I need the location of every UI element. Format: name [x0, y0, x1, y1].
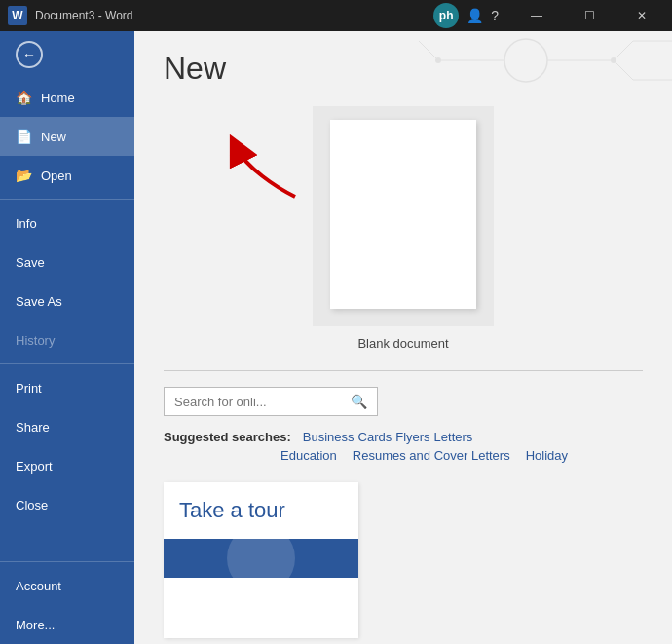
- sidebar-item-more[interactable]: More...: [0, 605, 134, 644]
- sidebar-label-open: Open: [41, 169, 72, 183]
- sidebar-label-new: New: [41, 130, 66, 144]
- sidebar-divider-1: [0, 199, 134, 200]
- suggested-resumes[interactable]: Resumes and Cover Letters: [353, 448, 510, 463]
- sidebar-label-history: History: [16, 333, 55, 348]
- maximize-button[interactable]: ☐: [567, 0, 612, 31]
- separator-line: [164, 370, 643, 371]
- sidebar-item-info[interactable]: Info: [0, 204, 134, 243]
- sidebar-item-history: History: [0, 321, 134, 360]
- new-doc-icon: 📄: [16, 129, 31, 144]
- tour-card[interactable]: Take a tour: [164, 482, 358, 638]
- back-icon: ←: [16, 41, 43, 68]
- sidebar-divider-2: [0, 363, 134, 364]
- suggested-education[interactable]: Education: [280, 448, 337, 463]
- sidebar: ← 🏠 Home 📄 New 📂 Open Info Save Save As …: [0, 31, 134, 644]
- suggested-row-1: Suggested searches: Business Cards Flyer…: [164, 430, 643, 444]
- open-folder-icon: 📂: [16, 168, 31, 183]
- blank-doc-page: [330, 120, 476, 309]
- suggested-row-2: Education Resumes and Cover Letters Holi…: [164, 448, 643, 463]
- sidebar-label-close: Close: [16, 498, 48, 512]
- sidebar-item-open[interactable]: 📂 Open: [0, 156, 134, 195]
- page-title: New: [164, 51, 643, 87]
- sidebar-item-share[interactable]: Share: [0, 407, 134, 446]
- sidebar-label-export: Export: [16, 459, 53, 474]
- sidebar-item-home[interactable]: 🏠 Home: [0, 78, 134, 117]
- suggested-holiday[interactable]: Holiday: [526, 448, 568, 463]
- sidebar-label-save: Save: [16, 255, 45, 270]
- sidebar-item-save[interactable]: Save: [0, 243, 134, 282]
- sidebar-label-more: More...: [16, 618, 55, 632]
- word-app-icon: 🏠W: [8, 6, 27, 25]
- minimize-button[interactable]: —: [514, 0, 559, 31]
- close-button[interactable]: ✕: [619, 0, 664, 31]
- search-icon: 🔍: [351, 394, 367, 409]
- title-bar: 🏠W Document3 - Word ph 👤 ? — ☐ ✕: [0, 0, 672, 31]
- help-icon[interactable]: ?: [491, 8, 499, 23]
- back-button[interactable]: ←: [0, 31, 134, 78]
- tour-card-content: Take a tour: [164, 482, 358, 539]
- suggested-searches: Suggested searches: Business Cards Flyer…: [164, 430, 643, 463]
- title-bar-text: Document3 - Word: [35, 9, 132, 22]
- blank-document-button[interactable]: [313, 106, 494, 326]
- tour-card-bottom: [164, 539, 358, 578]
- tour-title: Take a tour: [179, 498, 343, 523]
- sidebar-item-close[interactable]: Close: [0, 485, 134, 524]
- content-inner: New Blank document 🔍 Suggested search: [134, 31, 672, 644]
- sidebar-spacer: [0, 524, 134, 557]
- sidebar-item-export[interactable]: Export: [0, 446, 134, 485]
- suggested-business[interactable]: Business: [303, 430, 355, 444]
- sidebar-label-print: Print: [16, 381, 42, 396]
- search-box[interactable]: 🔍: [164, 387, 378, 416]
- profile-icon[interactable]: 👤: [467, 8, 483, 23]
- sidebar-item-print[interactable]: Print: [0, 368, 134, 407]
- sidebar-label-home: Home: [41, 91, 75, 105]
- sidebar-label-share: Share: [16, 420, 50, 435]
- main-container: ← 🏠 Home 📄 New 📂 Open Info Save Save As …: [0, 31, 672, 644]
- content-area: New Blank document 🔍 Suggested search: [134, 31, 672, 644]
- search-section: 🔍: [164, 387, 643, 416]
- suggested-letters[interactable]: Letters: [434, 430, 473, 444]
- title-bar-left: 🏠W Document3 - Word: [8, 6, 132, 25]
- title-bar-profile: ph 👤 ? — ☐ ✕: [433, 0, 664, 31]
- home-icon: 🏠: [16, 90, 31, 105]
- sidebar-item-saveas[interactable]: Save As: [0, 282, 134, 321]
- sidebar-divider-3: [0, 561, 134, 562]
- suggested-cards[interactable]: Cards: [358, 430, 392, 444]
- profile-avatar[interactable]: ph: [433, 3, 459, 28]
- sidebar-item-account[interactable]: Account: [0, 566, 134, 605]
- sidebar-item-new[interactable]: 📄 New: [0, 117, 134, 156]
- search-input[interactable]: [174, 395, 351, 409]
- sidebar-label-saveas: Save As: [16, 294, 62, 309]
- suggested-label: Suggested searches:: [164, 430, 291, 444]
- blank-doc-label: Blank document: [357, 336, 448, 351]
- template-preview: Blank document: [164, 106, 643, 351]
- sidebar-label-account: Account: [16, 579, 61, 593]
- sidebar-label-info: Info: [16, 216, 37, 231]
- suggested-flyers[interactable]: Flyers: [395, 430, 429, 444]
